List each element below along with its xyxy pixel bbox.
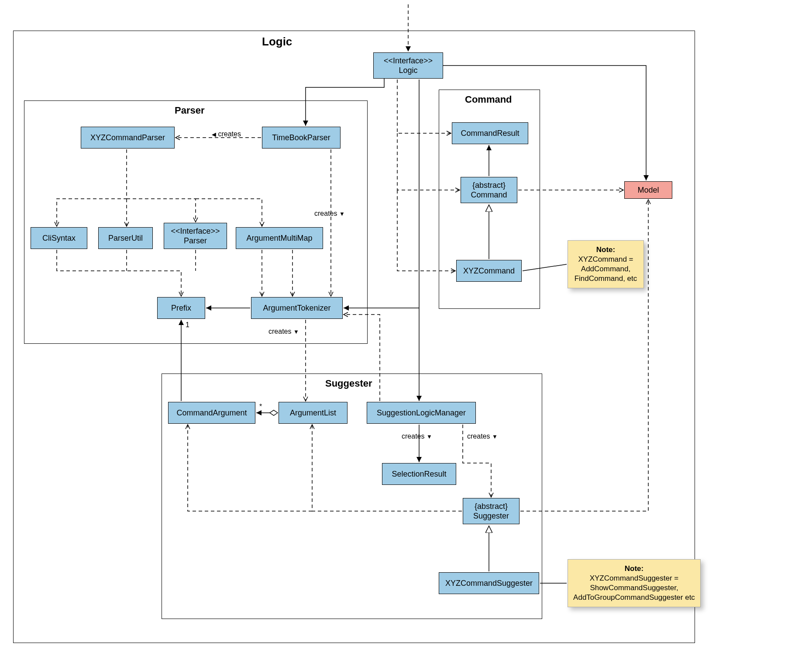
connector-layer [0,0,812,664]
diagram-canvas: Logic Parser Command Suggester <<Interfa… [0,0,812,664]
